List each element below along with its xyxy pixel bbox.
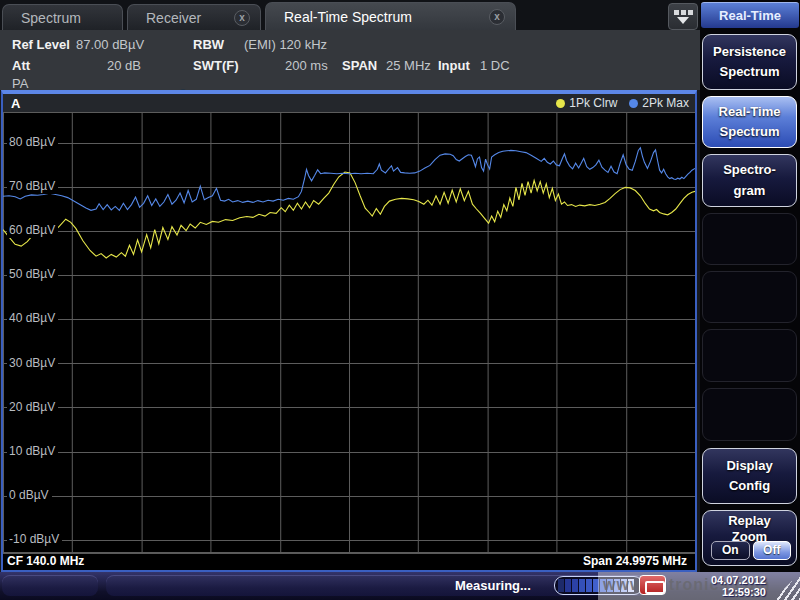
span-value[interactable]: 25 MHz (386, 58, 431, 73)
y-tick: 30 dBµV (7, 356, 58, 371)
trace-canvas (3, 112, 695, 553)
date: 04.07.2012 (711, 574, 766, 586)
softkey-label: Display Config (726, 456, 772, 496)
progress-segment (558, 579, 564, 592)
input-value[interactable]: 1 DC (480, 58, 510, 73)
swt-value[interactable]: 200 ms (285, 58, 328, 73)
progress-segment (579, 579, 585, 592)
softkey-label: Persistence Spectrum (713, 42, 786, 82)
trace1-dot-icon (556, 99, 565, 108)
softkey-replay-zoom[interactable]: Replay Zoom On Off (702, 510, 797, 566)
softkey-empty-3 (702, 329, 797, 382)
tab-label: Real-Time Spectrum (276, 9, 489, 25)
status-bar: Measuring... www.cntronics.com 04.07.201… (0, 572, 800, 600)
chevron-down-icon (677, 17, 689, 24)
softkey-label: Spectro- gram (723, 160, 776, 200)
window-badge: A (11, 96, 20, 111)
rbw-label: RBW (193, 37, 224, 52)
input-label: Input (438, 58, 470, 73)
y-tick: 60 dBµV (7, 223, 58, 238)
tab-spectrum[interactable]: Spectrum (2, 4, 123, 30)
softkey-menu: Real-Time Persistence Spectrum Real-Time… (700, 0, 800, 572)
watermark-logo (639, 575, 666, 595)
softkey-display-config[interactable]: Display Config (702, 448, 797, 504)
y-tick: 0 dBµV (7, 488, 52, 503)
y-tick: 10 dBµV (7, 444, 58, 459)
legend-item-1pk[interactable]: 1Pk Clrw (556, 96, 617, 110)
transducer-indicator: PA (12, 76, 28, 91)
y-tick: 20 dBµV (7, 400, 58, 415)
measurement-status: Measuring... (455, 578, 531, 593)
tab-receiver[interactable]: Receiver x (127, 4, 261, 30)
center-frequency[interactable]: CF 140.0 MHz (7, 554, 84, 568)
y-tick: 40 dBµV (7, 311, 58, 326)
replay-zoom-toggle: On Off (711, 541, 791, 560)
close-icon[interactable]: x (234, 10, 250, 26)
progress-segment (572, 579, 578, 592)
softkey-empty-1 (702, 213, 797, 265)
trace-window: A 1Pk Clrw 2Pk Max 80 dBµV 70 dBµV 60 dB… (1, 90, 697, 572)
softkey-persistence-spectrum[interactable]: Persistence Spectrum (702, 34, 797, 90)
span-readout[interactable]: Span 24.9975 MHz (583, 554, 687, 568)
status-panel-left (2, 575, 98, 596)
ref-level-label: Ref Level (12, 37, 70, 52)
trace2-dot-icon (629, 99, 638, 108)
span-label: SPAN (342, 58, 377, 73)
softkey-empty-4 (702, 388, 797, 441)
att-value[interactable]: 20 dB (107, 58, 141, 73)
progress-segment (565, 579, 571, 592)
softkey-real-time-spectrum[interactable]: Real-Time Spectrum (702, 96, 797, 148)
main-area: Spectrum Receiver x Real-Time Spectrum x… (0, 0, 700, 572)
softkey-label: Real-Time Spectrum (719, 102, 781, 142)
softkey-menu-title: Real-Time (701, 2, 799, 28)
y-tick: 80 dBµV (7, 135, 58, 150)
y-tick: -10 dBµV (7, 532, 62, 547)
spectrum-plot: 80 dBµV 70 dBµV 60 dBµV 50 dBµV 40 dBµV … (3, 112, 695, 553)
swt-label: SWT(F) (193, 58, 238, 73)
y-tick: 50 dBµV (7, 267, 58, 282)
legend-label: 1Pk Clrw (569, 96, 617, 110)
att-label: Att (12, 58, 30, 73)
ref-level-value[interactable]: 87.00 dBµV (76, 37, 144, 52)
time: 12:59:30 (711, 586, 766, 598)
legend-label: 2Pk Max (642, 96, 689, 110)
replay-zoom-off-button[interactable]: Off (753, 541, 792, 560)
tab-real-time-spectrum[interactable]: Real-Time Spectrum x (265, 2, 516, 30)
trace-window-header: A 1Pk Clrw 2Pk Max (3, 94, 695, 112)
softkey-label: Replay Zoom (728, 513, 771, 544)
spectrum-analyzer-screen: Spectrum Receiver x Real-Time Spectrum x… (0, 0, 800, 600)
date-time: 04.07.2012 12:59:30 (711, 574, 766, 598)
tab-list-icon (674, 10, 693, 15)
legend-item-2pk[interactable]: 2Pk Max (629, 96, 689, 110)
tab-label: Receiver (138, 10, 234, 26)
close-icon[interactable]: x (489, 9, 505, 25)
tab-label: Spectrum (13, 10, 112, 26)
trace-legend: 1Pk Clrw 2Pk Max (556, 96, 689, 110)
watermark: www.cntronics.com (598, 572, 800, 600)
frequency-axis-bar: CF 140.0 MHz Span 24.9975 MHz (3, 553, 695, 568)
progress-segment (586, 579, 592, 592)
settings-bar: Ref Level 87.00 dBµV RBW (EMI) 120 kHz A… (0, 30, 700, 90)
tab-overflow-button[interactable] (668, 3, 698, 30)
replay-zoom-on-button[interactable]: On (711, 541, 750, 560)
rbw-value[interactable]: (EMI) 120 kHz (244, 37, 327, 52)
softkey-empty-2 (702, 271, 797, 323)
softkey-spectrogram[interactable]: Spectro- gram (702, 154, 797, 207)
tab-bar: Spectrum Receiver x Real-Time Spectrum x (0, 0, 700, 30)
y-tick: 70 dBµV (7, 179, 58, 194)
